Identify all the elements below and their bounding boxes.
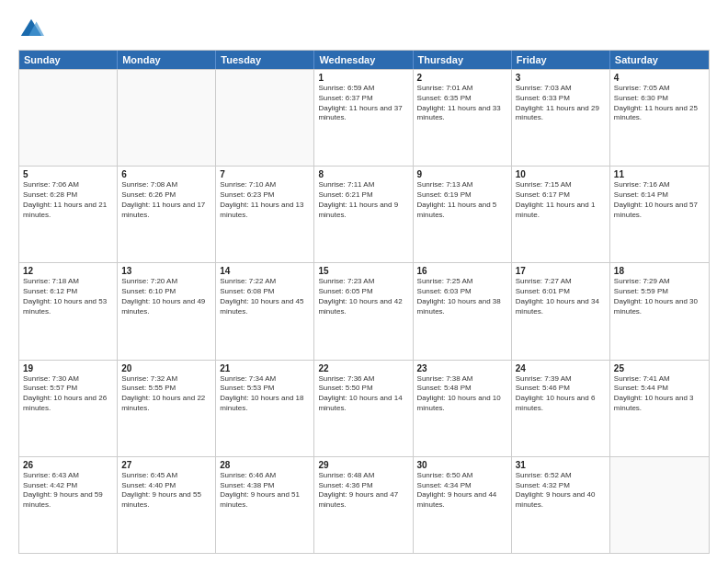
calendar-cell-3-5: 24Sunrise: 7:39 AM Sunset: 5:46 PM Dayli…: [512, 361, 610, 456]
cell-info: Sunrise: 7:30 AM Sunset: 5:57 PM Dayligh…: [23, 374, 113, 414]
page: SundayMondayTuesdayWednesdayThursdayFrid…: [0, 0, 728, 563]
calendar-cell-3-4: 23Sunrise: 7:38 AM Sunset: 5:48 PM Dayli…: [414, 361, 512, 456]
day-number: 28: [220, 460, 310, 470]
header-cell-monday: Monday: [118, 51, 216, 69]
header-cell-sunday: Sunday: [19, 51, 118, 69]
calendar-row-3: 19Sunrise: 7:30 AM Sunset: 5:57 PM Dayli…: [19, 360, 709, 456]
calendar-cell-4-6: [610, 457, 709, 553]
cell-info: Sunrise: 7:29 AM Sunset: 5:59 PM Dayligh…: [614, 277, 705, 316]
cell-info: Sunrise: 6:48 AM Sunset: 4:36 PM Dayligh…: [318, 471, 408, 511]
day-number: 23: [417, 363, 507, 373]
calendar-row-4: 26Sunrise: 6:43 AM Sunset: 4:42 PM Dayli…: [19, 456, 709, 553]
calendar-row-1: 5Sunrise: 7:06 AM Sunset: 6:28 PM Daylig…: [19, 166, 709, 262]
day-number: 11: [614, 169, 705, 179]
cell-info: Sunrise: 7:25 AM Sunset: 6:03 PM Dayligh…: [417, 277, 507, 316]
calendar-cell-2-3: 15Sunrise: 7:23 AM Sunset: 6:05 PM Dayli…: [314, 263, 413, 359]
cell-info: Sunrise: 7:08 AM Sunset: 6:26 PM Dayligh…: [121, 180, 211, 220]
calendar-cell-0-5: 3Sunrise: 7:03 AM Sunset: 6:33 PM Daylig…: [512, 70, 610, 166]
day-number: 6: [121, 169, 211, 179]
cell-info: Sunrise: 7:27 AM Sunset: 6:01 PM Dayligh…: [516, 277, 606, 316]
header-cell-saturday: Saturday: [610, 51, 709, 69]
cell-info: Sunrise: 7:39 AM Sunset: 5:46 PM Dayligh…: [516, 374, 606, 414]
calendar-cell-3-6: 25Sunrise: 7:41 AM Sunset: 5:44 PM Dayli…: [610, 361, 709, 456]
calendar-cell-1-3: 8Sunrise: 7:11 AM Sunset: 6:21 PM Daylig…: [314, 167, 413, 262]
logo: [18, 17, 46, 42]
cell-info: Sunrise: 6:52 AM Sunset: 4:32 PM Dayligh…: [516, 471, 606, 511]
calendar-cell-4-0: 26Sunrise: 6:43 AM Sunset: 4:42 PM Dayli…: [19, 457, 118, 553]
cell-info: Sunrise: 6:46 AM Sunset: 4:38 PM Dayligh…: [220, 471, 310, 511]
cell-info: Sunrise: 7:05 AM Sunset: 6:30 PM Dayligh…: [614, 84, 705, 123]
cell-info: Sunrise: 6:59 AM Sunset: 6:37 PM Dayligh…: [318, 84, 408, 123]
calendar-cell-2-1: 13Sunrise: 7:20 AM Sunset: 6:10 PM Dayli…: [118, 263, 216, 359]
day-number: 27: [121, 460, 211, 470]
logo-icon: [18, 17, 44, 42]
calendar-cell-4-5: 31Sunrise: 6:52 AM Sunset: 4:32 PM Dayli…: [512, 457, 610, 553]
calendar-cell-1-4: 9Sunrise: 7:13 AM Sunset: 6:19 PM Daylig…: [414, 167, 512, 262]
header-cell-wednesday: Wednesday: [314, 51, 413, 69]
calendar-cell-0-1: [118, 70, 216, 166]
day-number: 25: [614, 363, 705, 373]
day-number: 17: [516, 266, 606, 276]
day-number: 15: [318, 266, 408, 276]
header-cell-thursday: Thursday: [414, 51, 512, 69]
cell-info: Sunrise: 7:13 AM Sunset: 6:19 PM Dayligh…: [417, 180, 507, 220]
calendar: SundayMondayTuesdayWednesdayThursdayFrid…: [18, 50, 710, 554]
day-number: 18: [614, 266, 705, 276]
calendar-row-0: 1Sunrise: 6:59 AM Sunset: 6:37 PM Daylig…: [19, 69, 709, 166]
calendar-cell-1-0: 5Sunrise: 7:06 AM Sunset: 6:28 PM Daylig…: [19, 167, 118, 262]
calendar-cell-4-2: 28Sunrise: 6:46 AM Sunset: 4:38 PM Dayli…: [216, 457, 314, 553]
cell-info: Sunrise: 7:41 AM Sunset: 5:44 PM Dayligh…: [614, 374, 705, 414]
day-number: 31: [516, 460, 606, 470]
header-cell-tuesday: Tuesday: [216, 51, 314, 69]
day-number: 9: [417, 169, 507, 179]
day-number: 2: [417, 73, 507, 83]
day-number: 10: [516, 169, 606, 179]
day-number: 16: [417, 266, 507, 276]
calendar-cell-1-5: 10Sunrise: 7:15 AM Sunset: 6:17 PM Dayli…: [512, 167, 610, 262]
cell-info: Sunrise: 7:34 AM Sunset: 5:53 PM Dayligh…: [220, 374, 310, 414]
calendar-cell-1-2: 7Sunrise: 7:10 AM Sunset: 6:23 PM Daylig…: [216, 167, 314, 262]
calendar-cell-4-4: 30Sunrise: 6:50 AM Sunset: 4:34 PM Dayli…: [414, 457, 512, 553]
calendar-cell-2-2: 14Sunrise: 7:22 AM Sunset: 6:08 PM Dayli…: [216, 263, 314, 359]
calendar-cell-2-5: 17Sunrise: 7:27 AM Sunset: 6:01 PM Dayli…: [512, 263, 610, 359]
calendar-cell-0-4: 2Sunrise: 7:01 AM Sunset: 6:35 PM Daylig…: [414, 70, 512, 166]
day-number: 22: [318, 363, 408, 373]
cell-info: Sunrise: 7:03 AM Sunset: 6:33 PM Dayligh…: [516, 84, 606, 123]
cell-info: Sunrise: 7:36 AM Sunset: 5:50 PM Dayligh…: [318, 374, 408, 414]
calendar-cell-0-6: 4Sunrise: 7:05 AM Sunset: 6:30 PM Daylig…: [610, 70, 709, 166]
calendar-header: SundayMondayTuesdayWednesdayThursdayFrid…: [19, 51, 709, 69]
cell-info: Sunrise: 7:23 AM Sunset: 6:05 PM Dayligh…: [318, 277, 408, 316]
calendar-cell-0-0: [19, 70, 118, 166]
cell-info: Sunrise: 6:50 AM Sunset: 4:34 PM Dayligh…: [417, 471, 507, 511]
cell-info: Sunrise: 7:06 AM Sunset: 6:28 PM Dayligh…: [23, 180, 113, 220]
day-number: 21: [220, 363, 310, 373]
day-number: 30: [417, 460, 507, 470]
cell-info: Sunrise: 7:01 AM Sunset: 6:35 PM Dayligh…: [417, 84, 507, 123]
calendar-cell-2-0: 12Sunrise: 7:18 AM Sunset: 6:12 PM Dayli…: [19, 263, 118, 359]
cell-info: Sunrise: 6:45 AM Sunset: 4:40 PM Dayligh…: [121, 471, 211, 511]
day-number: 12: [23, 266, 113, 276]
day-number: 5: [23, 169, 113, 179]
cell-info: Sunrise: 7:11 AM Sunset: 6:21 PM Dayligh…: [318, 180, 408, 220]
day-number: 14: [220, 266, 310, 276]
cell-info: Sunrise: 7:32 AM Sunset: 5:55 PM Dayligh…: [121, 374, 211, 414]
day-number: 29: [318, 460, 408, 470]
cell-info: Sunrise: 7:38 AM Sunset: 5:48 PM Dayligh…: [417, 374, 507, 414]
calendar-cell-3-2: 21Sunrise: 7:34 AM Sunset: 5:53 PM Dayli…: [216, 361, 314, 456]
cell-info: Sunrise: 7:22 AM Sunset: 6:08 PM Dayligh…: [220, 277, 310, 316]
day-number: 4: [614, 73, 705, 83]
calendar-cell-1-1: 6Sunrise: 7:08 AM Sunset: 6:26 PM Daylig…: [118, 167, 216, 262]
calendar-body: 1Sunrise: 6:59 AM Sunset: 6:37 PM Daylig…: [19, 69, 709, 553]
day-number: 24: [516, 363, 606, 373]
day-number: 20: [121, 363, 211, 373]
calendar-cell-3-0: 19Sunrise: 7:30 AM Sunset: 5:57 PM Dayli…: [19, 361, 118, 456]
cell-info: Sunrise: 7:20 AM Sunset: 6:10 PM Dayligh…: [121, 277, 211, 316]
calendar-cell-2-6: 18Sunrise: 7:29 AM Sunset: 5:59 PM Dayli…: [610, 263, 709, 359]
calendar-cell-3-1: 20Sunrise: 7:32 AM Sunset: 5:55 PM Dayli…: [118, 361, 216, 456]
day-number: 1: [318, 73, 408, 83]
header: [18, 17, 710, 42]
header-cell-friday: Friday: [512, 51, 610, 69]
day-number: 3: [516, 73, 606, 83]
calendar-cell-2-4: 16Sunrise: 7:25 AM Sunset: 6:03 PM Dayli…: [414, 263, 512, 359]
day-number: 26: [23, 460, 113, 470]
